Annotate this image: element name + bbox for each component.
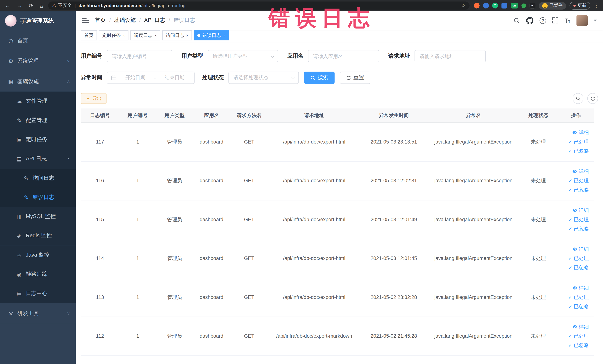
detail-link[interactable]: 详细 [572,168,589,175]
toggle-search-button[interactable] [573,93,583,104]
avatar-caret-icon[interactable] [594,20,597,21]
sidebar-item-api-logs[interactable]: ▤ API 日志 ∧ [0,149,76,169]
close-icon[interactable]: × [186,33,188,37]
sidebar-item-mysql-monitor[interactable]: ▥ MySQL 监控 [0,207,76,226]
detail-link[interactable]: 详细 [572,284,589,291]
reset-button[interactable]: 重置 [340,71,370,84]
detail-link[interactable]: 详细 [572,207,589,214]
tab-scheduled-jobs[interactable]: 定时任务 × [99,30,129,40]
extension-icon[interactable]: ✦ [529,3,535,9]
extension-icon[interactable]: on [510,3,518,9]
sidebar-item-access-log[interactable]: ✎ 访问日志 [0,169,76,188]
mark-ignored-link[interactable]: ✓已忽略 [568,342,589,349]
sidebar-item-home[interactable]: ◷ 首页 [0,30,76,51]
close-icon[interactable]: × [223,33,225,37]
breadcrumb-current: 错误日志 [174,17,195,24]
breadcrumb-separator: / [139,17,141,23]
detail-link[interactable]: 详细 [572,246,589,253]
sidebar-item-java-monitor[interactable]: ☕ Java 监控 [0,246,76,265]
app-name-input[interactable] [308,50,379,62]
detail-link[interactable]: 详细 [572,323,589,330]
sidebar-item-file-management[interactable]: ☁ 文件管理 [0,92,76,111]
mark-ignored-link[interactable]: ✓已忽略 [568,303,589,310]
sidebar-item-tracing[interactable]: ◉ 链路追踪 [0,265,76,284]
check-icon: ✓ [568,188,572,192]
extension-icon[interactable] [521,3,526,8]
mark-ignored-link[interactable]: ✓已忽略 [568,225,589,232]
bookmark-star-icon[interactable]: ☆ [461,3,465,9]
mark-processed-link[interactable]: ✓已处理 [568,255,589,262]
tab-schedule-log[interactable]: 调度日志 × [130,30,160,40]
search-button[interactable]: 搜索 [304,71,335,84]
reload-icon[interactable]: ⟳ [29,3,33,8]
breadcrumb-item[interactable]: 首页 [95,17,106,24]
sidebar-item-log-center[interactable]: ▤ 日志中心 [0,284,76,303]
start-date-placeholder: 开始日期 [120,74,151,81]
check-icon: ✓ [568,304,572,309]
browser-menu-icon[interactable]: ⋮ [594,3,599,9]
mark-ignored-link[interactable]: ✓已忽略 [568,148,589,154]
date-range-picker[interactable]: 开始日期 - 结束日期 [107,71,195,84]
check-icon: ✓ [568,343,572,348]
col-header: 异常名 [428,108,519,122]
chevron-down-icon [291,75,295,79]
screenshot-stage: ← → ⟳ ⌂ ⚠ 不安全 | dashboard.yudao.iocoder.… [0,0,603,364]
refresh-button[interactable] [587,93,598,104]
app-name-label: 应用名 [287,53,303,59]
detail-link[interactable]: 详细 [572,129,589,136]
url-bar[interactable]: ⚠ 不安全 | dashboard.yudao.iocoder.cn/infra… [48,1,469,10]
back-icon[interactable]: ← [5,3,10,8]
col-header: 请求地址 [268,108,360,122]
tab-error-log[interactable]: 错误日志 × [194,30,229,40]
github-icon[interactable] [526,17,533,24]
export-button[interactable]: 导出 [81,93,107,104]
font-size-icon[interactable]: TT [565,17,570,23]
sidebar-toggle-icon[interactable] [82,18,89,23]
mark-processed-link[interactable]: ✓已处理 [568,216,589,223]
security-chip[interactable]: ⚠ 不安全 [52,2,72,9]
sidebar-item-infrastructure[interactable]: ▦ 基础设施 ∧ [0,71,76,92]
sidebar-item-config-management[interactable]: ✎ 配置管理 [0,111,76,130]
breadcrumb-item[interactable]: API 日志 [144,17,165,24]
extension-icon[interactable]: Y [492,3,498,9]
update-button-label: 更新 [578,3,587,9]
close-icon[interactable]: × [123,33,125,37]
forward-icon[interactable]: → [17,3,22,8]
tab-access-log[interactable]: 访问日志 × [162,30,192,40]
user-avatar[interactable] [577,15,588,26]
user-id-input[interactable] [107,50,172,62]
fullscreen-icon[interactable] [552,17,558,23]
mark-processed-link[interactable]: ✓已处理 [568,177,589,184]
close-icon[interactable]: × [154,33,157,37]
table-row: 112 1 管理员 dashboard GET /api/infra/db-do… [81,317,594,355]
sidebar-item-scheduled-jobs[interactable]: ▣ 定时任务 [0,130,76,149]
mark-processed-link[interactable]: ✓已处理 [568,294,589,301]
range-separator: - [154,75,156,81]
user-type-select[interactable]: 请选择用户类型 [208,50,278,62]
sidebar-item-system-management[interactable]: ⚙ 系统管理 ∨ [0,51,76,71]
extension-icon[interactable] [501,3,507,9]
status-select[interactable]: 请选择处理状态 [228,71,299,84]
exception-time-label: 异常时间 [81,74,102,81]
sidebar-item-dev-tools[interactable]: ⚒ 研发工具 ∨ [0,303,76,324]
breadcrumb-separator: / [109,17,111,23]
mark-processed-link[interactable]: ✓已处理 [568,138,589,145]
chevron-up-icon: ∧ [67,157,70,161]
extension-icon[interactable] [483,3,489,9]
search-icon[interactable] [513,17,520,23]
mark-processed-link[interactable]: ✓已处理 [568,332,589,339]
home-icon[interactable]: ⌂ [40,3,43,8]
sidebar-item-error-log[interactable]: ✎ 错误日志 [0,188,76,207]
browser-update-button[interactable]: 更新 [569,2,590,9]
browser-profile-chip[interactable]: 已暂停 [538,2,566,9]
breadcrumb-item[interactable]: 基础设施 [114,17,136,24]
mark-ignored-link[interactable]: ✓已忽略 [568,264,589,271]
sidebar-item-redis-monitor[interactable]: ◈ Redis 监控 [0,226,76,246]
page-content: 用户编号 用户类型 请选择用户类型 应用名 请求地址 [76,42,603,356]
tab-home[interactable]: 首页 [81,30,97,40]
request-url-input[interactable] [415,50,486,62]
help-icon[interactable]: ? [540,17,546,23]
chevron-down-icon [271,54,275,58]
mark-ignored-link[interactable]: ✓已忽略 [568,186,589,193]
extension-icon[interactable] [474,3,479,9]
